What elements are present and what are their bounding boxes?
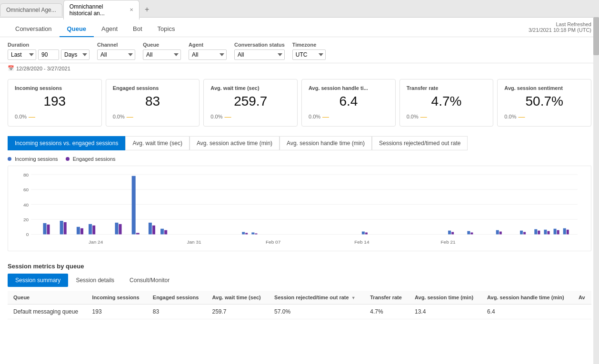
browser-tab-2-close[interactable]: ✕: [130, 7, 133, 12]
legend-engaged-label: Engaged sessions: [73, 156, 116, 162]
scrollbar-track[interactable]: [593, 17, 599, 364]
timezone-label: Timezone: [292, 42, 326, 48]
nav-tabs: Conversation Queue Agent Bot Topics Last…: [0, 18, 599, 37]
table-wrapper: Queue Incoming sessions Engaged sessions…: [0, 291, 599, 327]
tab-agent[interactable]: Agent: [94, 21, 125, 37]
cell-rejected: 57.0%: [269, 305, 364, 319]
kpi-engaged-value: 83: [113, 94, 193, 109]
svg-rect-28: [251, 233, 254, 235]
chart-legend: Incoming sessions Engaged sessions: [8, 156, 591, 162]
kpi-card-sentiment: Avg. session sentiment 50.7% 0.0% —: [497, 79, 591, 127]
svg-text:Feb 14: Feb 14: [354, 239, 369, 245]
svg-rect-14: [77, 227, 80, 235]
kpi-engaged-change: 0.0%: [113, 114, 125, 119]
cell-avg_handle: 6.4: [481, 305, 573, 319]
tab-bot[interactable]: Bot: [125, 21, 150, 37]
chart-area: Incoming sessions Engaged sessions 80: [0, 152, 599, 257]
tab-topics[interactable]: Topics: [150, 21, 183, 37]
col-av: Av: [573, 291, 591, 305]
filters-bar: Duration Last Days Channel All: [0, 37, 599, 63]
kpi-handle-dash: —: [322, 113, 329, 120]
svg-rect-18: [115, 223, 118, 235]
chart-tab-avg-active[interactable]: Avg. session active time (min): [190, 136, 280, 150]
chart-tab-rejected[interactable]: Sessions rejected/timed out rate: [372, 136, 468, 150]
duration-unit-select[interactable]: Days: [61, 49, 90, 60]
kpi-transfer-dash: —: [420, 113, 427, 120]
filter-conversation-status: Conversation status All: [234, 42, 285, 60]
timezone-select[interactable]: UTC: [292, 49, 326, 60]
session-metrics-title: Session metrics by queue: [8, 263, 591, 270]
filter-timezone: Timezone UTC: [292, 42, 326, 60]
svg-rect-44: [554, 229, 557, 235]
legend-engaged: Engaged sessions: [66, 156, 116, 162]
channel-select[interactable]: All: [97, 49, 135, 60]
kpi-transfer-title: Transfer rate: [407, 85, 487, 91]
chart-tabs: Incoming sessions vs. engaged sessions A…: [0, 132, 599, 150]
app-container: Conversation Queue Agent Bot Topics Last…: [0, 18, 599, 364]
channel-label: Channel: [97, 42, 135, 48]
col-avg-session: Avg. session time (min): [409, 291, 481, 305]
browser-tabs-bar: Omnichannel Age... Omnichannel historica…: [0, 0, 599, 17]
svg-text:Feb 21: Feb 21: [440, 239, 456, 245]
chart-tab-avg-handle[interactable]: Avg. session handle time (min): [280, 136, 372, 150]
duration-inputs: Last Days: [8, 49, 90, 60]
kpi-handle-footer: 0.0% —: [309, 113, 389, 120]
kpi-wait-dash: —: [224, 113, 231, 120]
cell-avg_wait: 259.7: [207, 305, 269, 319]
filter-duration: Duration Last Days: [8, 42, 90, 60]
queue-label: Queue: [143, 42, 181, 48]
col-engaged: Engaged sessions: [147, 291, 207, 305]
svg-rect-29: [255, 234, 257, 235]
date-range-value: 12/28/2020 - 3/27/2021: [16, 66, 70, 71]
tab-session-summary[interactable]: Session summary: [8, 274, 68, 287]
col-queue: Queue: [8, 291, 87, 305]
browser-tab-2[interactable]: Omnichannel historical an... ✕: [63, 0, 140, 20]
session-metrics-section: Session metrics by queue Session summary…: [0, 257, 599, 291]
tab-session-details[interactable]: Session details: [68, 274, 122, 287]
sort-icon-rejected[interactable]: ▼: [351, 295, 356, 300]
legend-incoming-label: Incoming sessions: [15, 156, 58, 162]
chart-tab-avg-wait[interactable]: Avg. wait time (sec): [125, 136, 189, 150]
svg-rect-35: [470, 233, 473, 235]
browser-tab-2-label: Omnichannel historical an...: [70, 3, 126, 17]
svg-text:20: 20: [23, 217, 29, 222]
new-tab-button[interactable]: +: [140, 3, 154, 16]
duration-type-select[interactable]: Last: [8, 49, 36, 60]
svg-text:Jan 24: Jan 24: [89, 239, 103, 245]
browser-tab-1-label: Omnichannel Age...: [6, 7, 56, 13]
svg-rect-45: [557, 230, 559, 235]
queue-select[interactable]: All: [143, 49, 181, 60]
last-refreshed-label: Last Refreshed: [529, 21, 591, 27]
scrollbar-thumb[interactable]: [593, 17, 599, 55]
col-rejected: Session rejected/time out rate ▼: [269, 291, 364, 305]
browser-tab-1[interactable]: Omnichannel Age...: [0, 3, 62, 16]
kpi-sentiment-title: Avg. session sentiment: [504, 85, 584, 91]
agent-select[interactable]: All: [189, 49, 227, 60]
col-transfer: Transfer rate: [364, 291, 409, 305]
svg-rect-19: [119, 224, 121, 235]
svg-rect-27: [245, 233, 248, 235]
table-header-row: Queue Incoming sessions Engaged sessions…: [8, 291, 591, 305]
tab-consult-monitor[interactable]: Consult/Monitor: [122, 274, 177, 287]
kpi-wait-value: 259.7: [210, 94, 290, 109]
cell-engaged: 83: [147, 305, 207, 319]
kpi-card-handle: Avg. session handle ti... 6.4 0.0% —: [301, 79, 396, 127]
legend-incoming-dot: [8, 157, 11, 161]
chart-tab-incoming-vs-engaged[interactable]: Incoming sessions vs. engaged sessions: [8, 136, 125, 150]
filter-channel: Channel All: [97, 42, 135, 60]
duration-num-input[interactable]: [38, 49, 59, 60]
tab-conversation[interactable]: Conversation: [8, 21, 60, 37]
kpi-handle-title: Avg. session handle ti...: [309, 85, 389, 91]
svg-text:40: 40: [23, 202, 29, 207]
svg-rect-30: [362, 232, 365, 235]
conv-status-select[interactable]: All: [234, 49, 285, 60]
tab-queue[interactable]: Queue: [60, 21, 94, 37]
svg-rect-13: [64, 222, 67, 235]
kpi-sentiment-value: 50.7%: [504, 94, 584, 109]
table-row: Default messaging queue19383259.757.0%4.…: [8, 305, 591, 319]
svg-rect-46: [563, 228, 566, 235]
kpi-incoming-footer: 0.0% —: [15, 113, 95, 120]
cell-av: [573, 305, 591, 319]
kpi-card-incoming: Incoming sessions 193 0.0% —: [8, 79, 102, 127]
svg-rect-12: [60, 221, 63, 234]
